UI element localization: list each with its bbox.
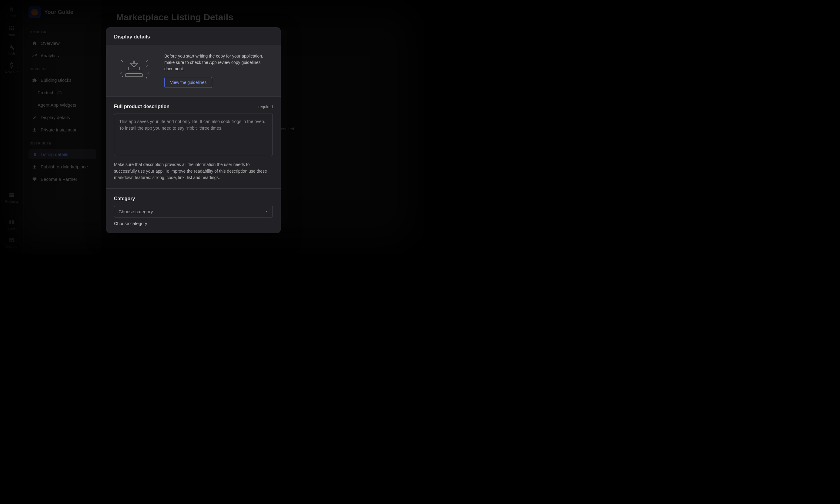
upload-icon — [32, 164, 37, 169]
sidebar-item-partner[interactable]: Become a Partner — [29, 174, 96, 184]
display-details-panel: Display details Before you start writing — [106, 27, 281, 233]
status-pill-icon — [57, 91, 62, 94]
sidebar-item-display-details[interactable]: Display details — [29, 112, 96, 122]
category-help: Choose category — [114, 221, 273, 226]
sidebar-header: Your Guide — [29, 6, 96, 18]
sidebar-item-overview[interactable]: Overview — [29, 38, 96, 48]
sidebar: Your Guide MONITOR Overview Analytics DE… — [24, 0, 101, 254]
rail-label: Docs — [8, 227, 15, 231]
nav-rail: Home Apps Tools Revenue Products — [0, 0, 24, 254]
panel-header: Display details — [106, 27, 281, 45]
products-icon — [8, 192, 15, 198]
section-label-monitor: MONITOR — [29, 30, 96, 34]
download-icon — [32, 127, 37, 132]
sidebar-item-product[interactable]: Product — [34, 88, 96, 97]
sidebar-item-label: Display details — [41, 115, 70, 120]
category-label: Category — [114, 196, 135, 201]
description-help: Make sure that description provides all … — [114, 161, 273, 181]
guideline-banner: Before you start writing the copy for yo… — [106, 45, 281, 96]
diamond-icon — [32, 177, 37, 182]
sidebar-item-listing-details[interactable]: Listing details — [29, 149, 96, 159]
rail-item-products[interactable]: Products — [5, 192, 18, 203]
required-tag: required — [258, 105, 273, 109]
svg-rect-1 — [127, 70, 141, 74]
section-label-develop: DEVELOP — [29, 67, 96, 71]
svg-line-4 — [121, 60, 123, 62]
view-guidelines-button[interactable]: View the guidelines — [164, 77, 212, 88]
rail-item-discord[interactable]: Discord — [6, 237, 17, 248]
rail-item-revenue[interactable]: Revenue — [5, 62, 18, 74]
rail-label: Tools — [8, 52, 16, 55]
svg-rect-2 — [128, 67, 139, 70]
home-icon — [32, 41, 37, 46]
app-logo — [29, 6, 41, 18]
puzzle-icon — [32, 78, 37, 83]
svg-rect-3 — [134, 61, 135, 63]
category-select[interactable]: Choose category — [114, 206, 273, 217]
sidebar-item-label: Publish on Marketplace — [41, 164, 88, 169]
section-label-distribute: DISTRIBUTE — [29, 141, 96, 145]
rail-item-apps[interactable]: Apps — [8, 25, 15, 36]
svg-point-6 — [147, 66, 148, 67]
sidebar-item-label: Listing details — [41, 152, 68, 157]
sidebar-item-label: Overview — [41, 41, 60, 46]
description-section: Full product description required Make s… — [106, 96, 281, 189]
sidebar-item-building-blocks[interactable]: Building Blocks — [29, 75, 96, 85]
discord-icon — [8, 237, 15, 244]
books-illustration-icon — [114, 53, 156, 83]
sidebar-item-label: Building Blocks — [41, 77, 72, 83]
description-textarea[interactable] — [114, 113, 273, 156]
svg-point-9 — [146, 77, 147, 78]
rail-item-docs[interactable]: Docs — [8, 219, 15, 231]
page-title: Marketplace Listing Details — [116, 12, 409, 22]
svg-point-8 — [122, 76, 123, 77]
app-name: Your Guide — [44, 9, 73, 15]
category-section: Category Choose category Choose category — [106, 189, 281, 233]
sidebar-item-label: Product — [38, 90, 53, 95]
rail-label: Discord — [6, 245, 17, 248]
home-icon — [8, 6, 15, 13]
ghost-required-label: required — [280, 127, 294, 131]
sidebar-item-analytics[interactable]: Analytics — [29, 51, 96, 60]
trend-icon — [32, 53, 37, 58]
sidebar-item-label: Private installation — [41, 127, 77, 132]
rail-item-tools[interactable]: Tools — [8, 43, 16, 55]
sidebar-item-private-install[interactable]: Private installation — [29, 125, 96, 135]
rail-label: Revenue — [5, 70, 18, 74]
tools-icon — [8, 43, 15, 50]
svg-rect-0 — [125, 74, 142, 77]
sidebar-item-label: Analytics — [41, 53, 59, 58]
rail-item-home[interactable]: Home — [7, 6, 16, 18]
rail-label: Products — [5, 200, 18, 203]
apps-icon — [8, 25, 15, 32]
rail-label: Apps — [8, 33, 15, 36]
sidebar-item-agent-widgets[interactable]: Agent App Widgets — [34, 100, 96, 110]
svg-line-5 — [146, 60, 148, 62]
sidebar-item-label: Agent App Widgets — [38, 102, 76, 108]
rail-label: Home — [7, 14, 16, 18]
guideline-text-wrap: Before you start writing the copy for yo… — [164, 53, 273, 88]
guideline-text: Before you start writing the copy for yo… — [164, 53, 273, 72]
docs-icon — [8, 219, 15, 226]
revenue-icon — [8, 62, 15, 69]
pencil-icon — [32, 115, 37, 120]
sidebar-item-publish[interactable]: Publish on Marketplace — [29, 162, 96, 172]
sidebar-item-label: Become a Partner — [41, 177, 77, 182]
list-icon — [32, 152, 37, 157]
description-label: Full product description — [114, 104, 170, 109]
panel-title: Display details — [114, 34, 273, 40]
